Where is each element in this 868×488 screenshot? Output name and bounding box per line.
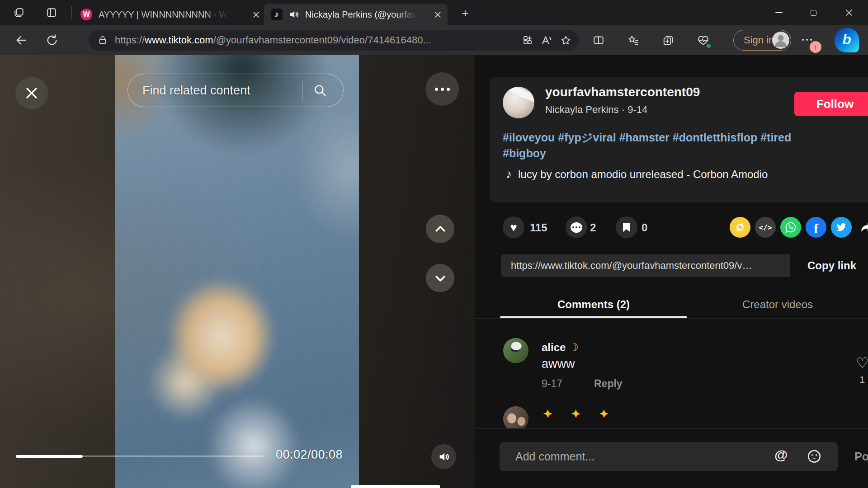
- sign-in-button[interactable]: Sign in: [733, 30, 791, 51]
- tiktok-favicon: ♪: [271, 9, 283, 20]
- comment-username[interactable]: alice ☽: [542, 341, 579, 354]
- next-video-button[interactable]: [426, 264, 454, 292]
- volume-icon[interactable]: [431, 444, 456, 469]
- page-content: Find related content 00:02/00:08: [0, 55, 868, 488]
- comment-date: 9-17: [542, 378, 562, 390]
- comment-avatar[interactable]: [503, 338, 528, 363]
- address-bar[interactable]: https://www.tiktok.com/@yourfavhamsterco…: [89, 30, 579, 51]
- copy-link-button[interactable]: Copy link: [790, 254, 868, 277]
- search-placeholder: Find related content: [142, 84, 250, 98]
- workspaces-icon[interactable]: [13, 6, 25, 19]
- video-progress-bar[interactable]: [16, 455, 263, 457]
- vertical-tabs-icon[interactable]: [45, 6, 58, 19]
- back-icon[interactable]: [11, 30, 32, 51]
- previous-video-button[interactable]: [426, 215, 454, 243]
- creator-subtitle: Nickayla Perkins · 9-14: [545, 104, 647, 116]
- music-title: lucy by corbon amodio unreleased - Corbo…: [518, 168, 768, 181]
- twitter-icon[interactable]: [831, 217, 852, 238]
- settings-more-icon[interactable]: ↑: [798, 30, 818, 50]
- video[interactable]: [115, 55, 359, 488]
- comment-avatar[interactable]: [503, 406, 528, 432]
- find-related-search[interactable]: Find related content: [127, 74, 344, 107]
- tab-wordle[interactable]: W AYYYYY | WINNNNNNNNN - Wors: [77, 4, 262, 25]
- comment-text: awww: [542, 357, 575, 371]
- mention-at-icon[interactable]: @: [774, 447, 788, 463]
- close-tab-icon[interactable]: [250, 8, 262, 21]
- tab-separator: [71, 6, 72, 19]
- browser-window: W AYYYYY | WINNNNNNNNN - Wors ♪ Nickayla…: [0, 0, 868, 488]
- like-count: 115: [530, 221, 547, 234]
- comment-composer: Add comment... @ Post: [475, 428, 868, 488]
- search-icon[interactable]: [312, 83, 328, 98]
- profile-avatar-icon: [772, 32, 789, 49]
- video-timestamp: 00:02/00:08: [276, 448, 343, 462]
- search-divider: [302, 81, 302, 101]
- active-tab-underline: [500, 316, 687, 318]
- add-comment-input[interactable]: Add comment... @: [500, 442, 838, 471]
- video-details-panel: yourfavhamstercontent09 Nickayla Perkins…: [475, 55, 868, 488]
- lock-icon[interactable]: [98, 35, 108, 45]
- caption-hashtags-line1[interactable]: #iloveyou #fypジviral #hamster #dontletth…: [503, 130, 791, 145]
- like-button[interactable]: ♥: [503, 216, 524, 238]
- creator-username[interactable]: yourfavhamstercontent09: [545, 85, 700, 99]
- follow-button[interactable]: Follow: [794, 92, 868, 116]
- collections-icon[interactable]: [658, 30, 678, 50]
- comment-count: 2: [590, 221, 596, 234]
- split-screen-icon[interactable]: [589, 30, 609, 50]
- tab-tiktok-active[interactable]: ♪ Nickayla Perkins (@yourfavh: [264, 4, 448, 25]
- whatsapp-icon[interactable]: [780, 217, 801, 238]
- w-favicon: W: [80, 9, 92, 20]
- comment-bubble-icon: [571, 222, 582, 233]
- caption-hashtags-line2[interactable]: #bigboy: [503, 147, 546, 160]
- read-aloud-icon[interactable]: [537, 31, 556, 50]
- embed-icon[interactable]: </>: [755, 217, 776, 238]
- essentials-status-dot: [707, 44, 711, 48]
- bing-copilot-icon[interactable]: b: [835, 28, 859, 52]
- close-window-button[interactable]: [839, 0, 859, 25]
- browser-toolbar: https://www.tiktok.com/@yourfavhamsterco…: [0, 25, 868, 55]
- video-frame: [115, 55, 359, 488]
- more-options-icon[interactable]: [425, 72, 459, 106]
- next-video-edge: [351, 485, 440, 488]
- bookmark-button[interactable]: [616, 216, 637, 238]
- music-row[interactable]: ♪ lucy by corbon amodio unreleased - Cor…: [506, 167, 768, 181]
- emoji-picker-icon[interactable]: [806, 448, 822, 465]
- video-player-area: Find related content 00:02/00:08: [0, 55, 475, 488]
- bookmark-icon: [623, 223, 630, 232]
- comment-button[interactable]: [566, 216, 587, 238]
- video-link-text: https://www.tiktok.com/@yourfavhamsterco…: [511, 260, 752, 272]
- tab-creator-videos[interactable]: Creator videos: [687, 293, 868, 316]
- share-arrow-icon[interactable]: [856, 217, 868, 238]
- comment-like-icon[interactable]: ♡: [856, 354, 868, 371]
- bookmark-count: 0: [642, 221, 647, 234]
- minimize-button[interactable]: [769, 0, 789, 25]
- comment-like-count: 1: [859, 374, 865, 386]
- creator-info-card: yourfavhamstercontent09 Nickayla Perkins…: [490, 77, 868, 202]
- refresh-icon[interactable]: [42, 30, 62, 51]
- url-text[interactable]: https://www.tiktok.com/@yourfavhamsterco…: [115, 34, 431, 46]
- favorites-list-icon[interactable]: [623, 30, 643, 50]
- repost-icon[interactable]: [730, 217, 750, 238]
- tab-comments[interactable]: Comments (2): [500, 293, 687, 316]
- favorite-star-icon[interactable]: [556, 31, 575, 50]
- close-tab-icon[interactable]: [431, 8, 444, 21]
- browser-essentials-icon[interactable]: [693, 30, 713, 50]
- moon-emoji: ☽: [569, 341, 579, 353]
- tab-title: Nickayla Perkins (@yourfavh: [305, 9, 416, 20]
- apps-sidebar-icon[interactable]: [518, 31, 537, 50]
- video-link-field[interactable]: https://www.tiktok.com/@yourfavhamsterco…: [501, 254, 790, 277]
- close-video-button[interactable]: [15, 77, 48, 109]
- post-comment-button[interactable]: Post: [854, 450, 868, 463]
- comment-text-sparkles: ✦ ✦ ✦: [542, 407, 616, 421]
- new-tab-button[interactable]: +: [458, 6, 472, 20]
- update-badge: ↑: [810, 41, 821, 53]
- tab-audio-icon[interactable]: [288, 9, 300, 20]
- creator-avatar[interactable]: [503, 87, 534, 118]
- comment-reply-button[interactable]: Reply: [594, 378, 623, 390]
- tab-title: AYYYYY | WINNNNNNNNN - Wors: [99, 9, 229, 20]
- video-progress-fill: [16, 455, 83, 458]
- maximize-button[interactable]: [803, 0, 824, 25]
- tabs-divider: [475, 318, 868, 319]
- music-note-icon: ♪: [506, 167, 512, 181]
- facebook-icon[interactable]: f: [806, 217, 826, 238]
